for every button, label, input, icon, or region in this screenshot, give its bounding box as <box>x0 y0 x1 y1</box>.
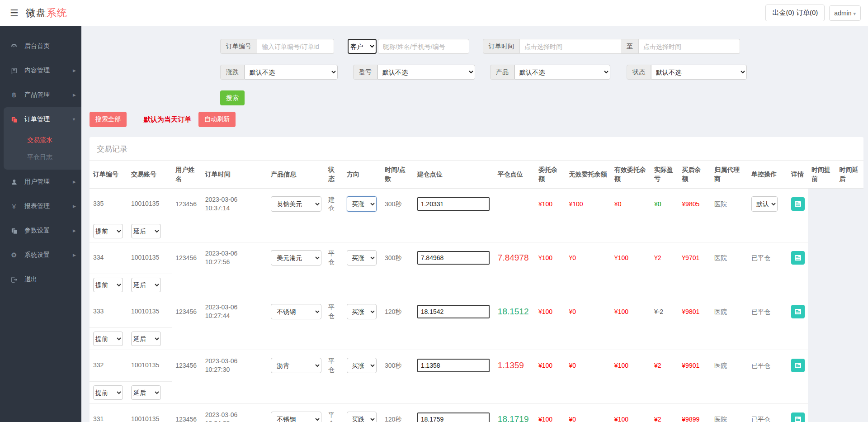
sidebar-item-system[interactable]: ⚙ 系统设置 ▶ <box>0 243 81 267</box>
cell-balance: ¥9801 <box>678 296 711 327</box>
cell-open-price <box>414 242 494 274</box>
cell-order-id: 332 <box>90 350 127 381</box>
delay-select[interactable]: 延后 <box>131 332 161 346</box>
updown-label: 涨跌 <box>220 65 245 80</box>
cell-account: 10010135 <box>127 242 172 274</box>
user-menu[interactable]: admin▾ <box>829 5 861 21</box>
search-all-button[interactable]: 搜索全部 <box>90 112 127 127</box>
cell-account: 10010135 <box>127 296 172 327</box>
product-select[interactable]: 不锈钢 <box>271 304 321 319</box>
cell-order-time: 2023-03-06 10:37:14 <box>202 188 267 220</box>
product-select[interactable]: 沥青 <box>271 358 321 373</box>
order-row: 335 10010135 123456 2023-03-06 10:37:14 … <box>90 188 863 220</box>
detail-button[interactable] <box>791 413 805 422</box>
topbar: ☰ 微盘系统 出金(0) 订单(0) admin▾ <box>0 0 868 26</box>
delay-select[interactable]: 延后 <box>131 385 161 400</box>
action-row: 搜索全部 默认为当天订单 自动刷新 <box>90 112 863 127</box>
profit-select[interactable]: 默认不选 <box>377 65 475 80</box>
direction-select[interactable]: 买涨 <box>347 196 377 212</box>
cell-direction: 买跌 <box>343 403 381 422</box>
sidebar-item-dashboard[interactable]: 后台首页 <box>0 34 81 58</box>
open-price-input[interactable] <box>417 197 490 211</box>
col-balance: 买后余额 <box>678 161 711 188</box>
withdraw-orders-button[interactable]: 出金(0) 订单(0) <box>765 5 825 21</box>
product-select[interactable]: 美元港元 <box>271 250 321 266</box>
bitcoin-icon: ฿ <box>10 91 18 99</box>
advance-select[interactable]: 提前 <box>93 332 123 346</box>
col-agent: 归属代理商 <box>711 161 748 188</box>
cell-time-delay <box>835 296 863 327</box>
detail-button[interactable] <box>791 359 805 372</box>
col-invalid-consign: 无效委托余额 <box>566 161 611 188</box>
orders-table: 订单编号 交易账号 用户姓名 订单时间 产品信息 状态 方向 时间/点数 建仓点… <box>90 161 863 422</box>
sidebar-item-content[interactable]: 内容管理 ▶ <box>0 58 81 83</box>
sidebar-subitem-trade-flow[interactable]: 交易流水 <box>4 132 81 149</box>
cell-product: 不锈钢 <box>267 403 325 422</box>
sidebar-item-product[interactable]: ฿ 产品管理 ▶ <box>0 83 81 107</box>
order-no-filter: 订单编号 <box>220 39 334 54</box>
open-price-input[interactable] <box>417 305 490 318</box>
detail-button[interactable] <box>791 305 805 318</box>
auto-refresh-button[interactable]: 自动刷新 <box>198 112 236 127</box>
advance-select[interactable]: 提前 <box>93 385 123 400</box>
sidebar-item-logout[interactable]: 退出 <box>0 267 81 292</box>
cell-detail <box>788 403 808 422</box>
cell-username: 123456 <box>172 403 202 422</box>
order-row: 334 10010135 123456 2023-03-06 10:27:56 … <box>90 242 863 274</box>
customer-type-select[interactable]: 客户 <box>348 39 377 54</box>
direction-select[interactable]: 买跌 <box>347 412 377 422</box>
sidebar-subitem-close-log[interactable]: 平仓日志 <box>4 149 81 166</box>
control-select[interactable]: 默认 <box>751 196 778 212</box>
cell-consign: ¥100 <box>535 188 566 220</box>
open-price-input[interactable] <box>417 359 490 372</box>
order-no-input[interactable] <box>257 39 334 54</box>
cell-balance: ¥9901 <box>678 350 711 381</box>
profit-label: 盈亏 <box>353 65 377 80</box>
sidebar-item-reports[interactable]: ¥ 报表管理 ▶ <box>0 194 81 218</box>
cell-order-time: 2023-03-06 10:27:44 <box>202 296 267 327</box>
advance-select[interactable]: 提前 <box>93 278 123 292</box>
product-filter-select[interactable]: 默认不选 <box>514 65 610 80</box>
cell-consign: ¥100 <box>535 242 566 274</box>
product-select[interactable]: 英镑美元 <box>271 196 321 212</box>
col-valid-consign: 有效委托余额 <box>611 161 651 188</box>
cell-direction: 买涨 <box>343 188 381 220</box>
cell-open-price <box>414 350 494 381</box>
status-label: 状态 <box>627 65 651 80</box>
cell-open-price <box>414 403 494 422</box>
order-time-filter: 订单时间 至 <box>483 39 740 54</box>
detail-button[interactable] <box>791 197 805 211</box>
open-price-input[interactable] <box>417 251 490 265</box>
hamburger-menu-icon[interactable]: ☰ <box>10 8 19 19</box>
cell-control: 已平仓 <box>748 403 788 422</box>
direction-select[interactable]: 买涨 <box>347 304 377 319</box>
detail-button[interactable] <box>791 251 805 265</box>
status-select[interactable]: 默认不选 <box>651 65 747 80</box>
delay-select[interactable]: 延后 <box>131 278 161 292</box>
cell-advance-control: 提前 <box>90 274 127 296</box>
delay-select[interactable]: 延后 <box>131 224 161 238</box>
direction-select[interactable]: 买涨 <box>347 358 377 373</box>
time-start-input[interactable] <box>520 39 621 54</box>
time-end-input[interactable] <box>639 39 740 54</box>
customer-input[interactable] <box>378 39 469 54</box>
filter-row-1: 订单编号 客户 订单时间 至 <box>220 39 863 54</box>
sidebar-label: 产品管理 <box>24 91 50 99</box>
updown-select[interactable]: 默认不选 <box>245 65 338 80</box>
logo-primary: 微盘 <box>26 7 47 19</box>
sidebar-item-orders[interactable]: 订单管理 ▼ <box>4 107 81 132</box>
sidebar-label: 退出 <box>24 275 37 284</box>
today-orders-label[interactable]: 默认为当天订单 <box>144 115 191 124</box>
cell-delay-control: 延后 <box>127 274 172 296</box>
sidebar-item-params[interactable]: 参数设置 ▶ <box>0 218 81 243</box>
col-order-id: 订单编号 <box>90 161 127 188</box>
sidebar-item-users[interactable]: 用户管理 ▶ <box>0 170 81 194</box>
cell-profit: ¥-2 <box>651 296 678 327</box>
cell-time-advance <box>808 350 835 381</box>
search-button[interactable]: 搜索 <box>220 90 245 105</box>
product-select[interactable]: 不锈钢 <box>271 412 321 422</box>
advance-select[interactable]: 提前 <box>93 224 123 238</box>
cell-profit: ¥2 <box>651 242 678 274</box>
open-price-input[interactable] <box>417 413 490 422</box>
direction-select[interactable]: 买涨 <box>347 250 377 266</box>
